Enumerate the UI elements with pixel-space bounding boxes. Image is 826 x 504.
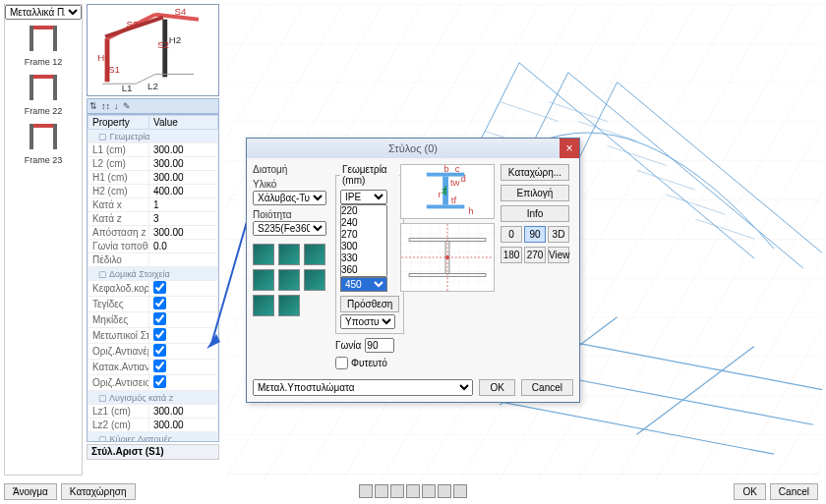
view-tool-icon[interactable] [375,484,388,498]
dialog-cancel-button[interactable]: Cancel [521,379,573,396]
prop-value[interactable] [149,375,218,391]
prop-name: Lz1 (cm) [88,405,149,419]
close-icon[interactable]: × [560,139,579,158]
prop-value[interactable]: 300.00 [149,157,218,171]
view-tool-icon[interactable] [453,484,467,498]
select-button[interactable]: Επιλογή [501,185,569,201]
col-value: Value [149,116,218,130]
geom-size-combo[interactable]: 450 [340,277,387,292]
frame-thumb-22[interactable]: Frame 22 [7,71,80,120]
prop-value[interactable] [149,253,218,267]
prop-value[interactable]: 300.00 [149,171,218,185]
prop-checkbox[interactable] [153,360,166,372]
prop-value[interactable] [149,344,218,360]
grow-checkbox-row[interactable]: Φυτευτό [335,357,394,369]
angle-90-button[interactable]: 90 [524,226,546,243]
section-header[interactable]: ▢ Λυγισμός κατά z [88,391,218,405]
shape-icon[interactable] [278,269,300,291]
prop-value[interactable]: 300.00 [149,143,218,157]
bottom-type-select[interactable]: Μεταλ.Υποστυλώματα [253,379,473,396]
prop-value[interactable]: 300.00 [149,226,218,240]
dialog-titlebar[interactable]: Στύλος (0) × [247,139,579,158]
prop-name: Κεφαλοδ.κορυ... [88,281,149,297]
commit-button[interactable]: Καταχώρη... [501,164,569,181]
section-header[interactable]: ▢ Κύριες Διατομές [88,432,218,443]
property-footer: Στύλ.Αριστ (S1) [87,444,219,460]
shape-icon[interactable] [304,244,325,265]
edit-icon[interactable]: ✎ [123,101,131,111]
material-select[interactable]: Χάλυβας-Τυπικός [253,191,326,205]
view-tool-icon[interactable] [359,484,373,498]
sort-za-icon[interactable]: ↕↕ [101,101,110,111]
frame-type-select[interactable]: Μεταλλικά Πλαίσια [5,5,82,20]
lightning-icon[interactable]: ↓ [114,101,119,111]
prop-value[interactable] [149,360,218,375]
ok-button[interactable]: OK [734,483,765,500]
angle-180-button[interactable]: 180 [501,247,522,263]
prop-name: Μετωπικοί Στύ... [88,328,149,344]
prop-name: H2 (cm) [88,185,149,198]
view-button[interactable]: View [548,247,569,263]
prop-value[interactable] [149,328,218,344]
prop-value[interactable]: 1 [149,198,218,212]
prop-checkbox[interactable] [153,281,166,294]
prop-name: Μηκίδες [88,312,149,328]
prop-checkbox[interactable] [153,375,166,388]
prop-toolbar: ⇅ ↕↕ ↓ ✎ [87,98,219,114]
prop-checkbox[interactable] [153,297,166,309]
prop-value[interactable] [149,312,218,328]
lbl-s4: S4 [175,6,188,17]
prop-value[interactable] [149,281,218,297]
grow-checkbox[interactable] [335,357,348,369]
shape-icon[interactable] [304,269,325,291]
shape-icon[interactable] [278,295,300,316]
dialog-title-text: Στύλος (0) [388,142,438,154]
shape-icon[interactable] [253,244,274,265]
shape-icon[interactable] [278,244,300,265]
prop-value[interactable]: 0.0 [149,240,218,253]
view-tool-icon[interactable] [422,484,436,498]
svg-text:c: c [455,165,460,174]
prop-name: H1 (cm) [88,171,149,185]
section-header[interactable]: ▢ Δομικά Στοιχεία [88,267,218,281]
shape-icon[interactable] [253,295,274,316]
svg-text:tw: tw [450,177,460,188]
view-tool-icon[interactable] [406,484,420,498]
view-tool-icon[interactable] [438,484,451,498]
prop-name: Κατά z [88,212,149,226]
prop-value[interactable] [149,297,218,312]
geom-type-select[interactable]: IPE [340,190,387,204]
prop-value[interactable]: 300.00 [149,405,218,419]
prop-checkbox[interactable] [153,344,166,357]
substrut-select[interactable]: Υποστυλώμα [340,314,395,329]
dialog-ok-button[interactable]: OK [479,379,514,396]
cancel-button[interactable]: Cancel [770,483,818,500]
add-button[interactable]: Πρόσθεση [340,296,399,312]
prop-value[interactable]: 3 [149,212,218,226]
frame-thumb-23[interactable]: Frame 23 [7,120,80,169]
frame-thumb-12[interactable]: Frame 12 [7,22,80,71]
sort-az-icon[interactable]: ⇅ [89,101,97,111]
prop-name: L2 (cm) [88,157,149,171]
lbl-h2: H2 [169,34,181,45]
prop-checkbox[interactable] [153,312,166,325]
prop-value[interactable]: 300.00 [149,419,218,432]
shape-icon[interactable] [253,269,274,291]
quality-select[interactable]: S235(Fe360) [253,221,326,236]
angle-input[interactable] [365,338,394,353]
angle-270-button[interactable]: 270 [524,247,546,263]
save-button[interactable]: Καταχώρηση [61,483,136,500]
section-header[interactable]: ▢ Γεωμετρία [88,130,218,143]
prop-checkbox[interactable] [153,328,166,341]
geom-size-list[interactable]: 220240270300330360450 [340,204,387,277]
svg-point-61 [445,255,449,259]
view-tool-icon[interactable] [390,484,404,498]
property-grid[interactable]: PropertyValue ▢ ΓεωμετρίαL1 (cm)300.00L2… [87,114,219,442]
frame-label: Frame 23 [7,155,80,165]
info-button[interactable]: Info [501,205,569,222]
angle-0-button[interactable]: 0 [501,226,522,243]
lbl-s2: S2 [157,39,169,50]
prop-value[interactable]: 400.00 [149,185,218,198]
3d-button[interactable]: 3D [548,226,569,243]
open-button[interactable]: Άνοιγμα [4,483,57,500]
